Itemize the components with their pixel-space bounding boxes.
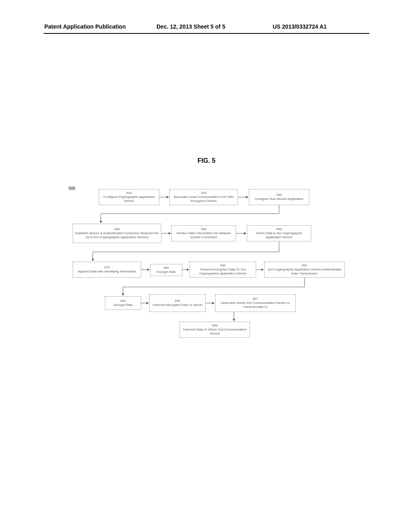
box-560: 560 Direct Data to the Cryptographic App… <box>247 225 311 241</box>
box-520-text: Associate Local Communication Port With … <box>171 195 236 203</box>
box-530-num: 530 <box>251 193 307 197</box>
box-570-num: 570 <box>75 266 139 270</box>
box-599-text: Transmit Data To Which 2nd Communication… <box>181 328 248 336</box>
box-595-text: Transmit Decrypted Data To Server <box>151 303 204 307</box>
box-540: 540 Establish Secure & Authenticated Con… <box>73 224 161 243</box>
box-595: 595 Transmit Decrypted Data To Server <box>149 294 206 312</box>
box-550-text: Monitor Data Transmitted Via Network Soc… <box>173 231 234 239</box>
page: Patent Application Publication Dec. 12, … <box>0 0 413 532</box>
box-599: 599 Transmit Data To Which 2nd Communica… <box>179 322 250 338</box>
box-530: 530 Configure Non-Secure Application <box>249 189 309 205</box>
box-593: 593 Decrypt Data <box>105 296 141 310</box>
figure-ref-number: 500 <box>69 186 75 191</box>
box-560-num: 560 <box>249 227 309 231</box>
box-570-text: Append Data with Identifying Information <box>75 270 139 274</box>
box-540-text: Establish Secure & Authenticated Connect… <box>75 231 159 239</box>
box-597: 597 Determine Which 2nd Communication De… <box>215 294 296 312</box>
box-550-num: 550 <box>173 227 234 231</box>
box-599-num: 599 <box>181 324 248 328</box>
box-597-text: Determine Which 2nd Communication Device… <box>217 301 294 309</box>
box-530-text: Configure Non-Secure Application <box>251 197 307 201</box>
box-510-num: 510 <box>101 191 157 195</box>
box-520-num: 520 <box>171 191 236 195</box>
header-rule <box>44 33 369 34</box>
box-550: 550 Monitor Data Transmitted Via Network… <box>171 225 236 241</box>
header-middle: Dec. 12, 2013 Sheet 5 of 5 <box>156 23 225 30</box>
box-591-num: 591 <box>266 264 343 268</box>
box-570: 570 Append Data with Identifying Informa… <box>73 262 141 278</box>
box-580-num: 580 <box>152 266 180 270</box>
box-591-text: 2nd Cryptographic Application Device Aut… <box>266 268 343 276</box>
box-590-num: 590 <box>192 264 254 268</box>
box-593-text: Decrypt Data <box>107 303 139 307</box>
figure-title: FIG. 5 <box>0 157 413 164</box>
box-580: 580 Encrypt Data <box>150 264 182 276</box>
box-540-num: 540 <box>75 227 159 231</box>
box-595-num: 595 <box>151 299 204 303</box>
header-left: Patent Application Publication <box>44 23 126 30</box>
box-520: 520 Associate Local Communication Port W… <box>169 189 238 205</box>
header-right: US 2013/0332724 A1 <box>273 23 327 30</box>
box-591: 591 2nd Cryptographic Application Device… <box>264 262 345 278</box>
box-593-num: 593 <box>107 299 139 303</box>
box-597-num: 597 <box>217 297 294 301</box>
box-590: 590 Transmit Encrypted Data To 2nd Crypt… <box>190 262 256 278</box>
box-560-text: Direct Data to the Cryptographic Applica… <box>249 231 309 239</box>
flow-arrows <box>0 0 413 484</box>
box-590-text: Transmit Encrypted Data To 2nd Cryptogra… <box>192 268 254 276</box>
box-510: 510 Configure Cryptographic Application … <box>99 189 159 205</box>
box-510-text: Configure Cryptographic Application Devi… <box>101 195 157 203</box>
box-580-text: Encrypt Data <box>152 270 180 274</box>
